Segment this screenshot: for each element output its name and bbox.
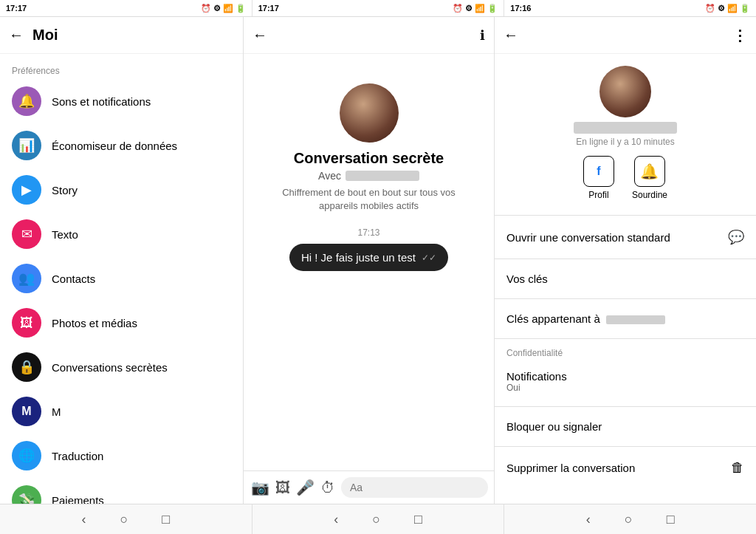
paiements-label: Paiements xyxy=(52,494,104,504)
menu-item-cles-appartenant[interactable]: Clés appartenant à xyxy=(495,302,756,335)
conversations-secretes-label: Conversations secrètes xyxy=(52,361,168,374)
conv-desc: Chiffrement de bout en bout sur tous vos… xyxy=(244,186,494,213)
settings-item-photos[interactable]: 🖼 Photos et médias xyxy=(0,301,243,345)
bloquer-label: Bloquer ou signaler xyxy=(506,420,744,433)
contacts-icon: 👥 xyxy=(12,264,41,293)
contact-menu-button[interactable]: ⋮ xyxy=(732,27,747,44)
paiements-icon: 💸 xyxy=(12,485,41,504)
economiseur-icon: 📊 xyxy=(12,131,41,160)
contact-name-blur xyxy=(574,122,677,134)
contact-actions: f Profil 🔔 Sourdine xyxy=(583,156,667,200)
texto-label: Texto xyxy=(52,228,78,241)
story-icon: ▶ xyxy=(12,175,41,205)
time-1: 17:17 xyxy=(6,4,27,13)
contact-back-button[interactable]: ← xyxy=(504,27,518,44)
conv-message-text: Hi ! Je fais juste un test xyxy=(301,251,416,264)
menu-item-vos-cles[interactable]: Vos clés xyxy=(495,262,756,295)
story-label: Story xyxy=(52,184,78,196)
photos-icon: 🖼 xyxy=(12,308,41,338)
battery-icon-1: 🔋 xyxy=(236,4,246,13)
nav-recents-1[interactable]: □ xyxy=(156,509,176,530)
settings-item-conversations-secretes[interactable]: 🔒 Conversations secrètes xyxy=(0,345,243,389)
timer-icon[interactable]: ⏱ xyxy=(320,479,335,496)
menu-item-bloquer[interactable]: Bloquer ou signaler xyxy=(495,410,756,443)
battery-icon-3: 🔋 xyxy=(740,4,750,13)
conversations-secretes-icon: 🔒 xyxy=(12,352,41,382)
contacts-label: Contacts xyxy=(52,273,95,285)
settings-back-button[interactable]: ← xyxy=(9,27,24,44)
signal-icon-2: 📶 xyxy=(475,4,485,13)
nav-bars: ‹ ○ □ ‹ ○ □ ‹ ○ □ xyxy=(0,504,756,534)
ouvrir-label: Ouvrir une conversation standard xyxy=(506,231,728,244)
chat-icon: 💬 xyxy=(728,229,744,245)
conv-back-button[interactable]: ← xyxy=(252,27,267,44)
cles-name-blur xyxy=(606,315,665,324)
settings-item-traduction[interactable]: 🌐 Traduction xyxy=(0,434,243,478)
m-icon: M xyxy=(12,397,41,426)
settings-title: Moi xyxy=(32,27,58,44)
settings-icon-3: ⚙ xyxy=(718,4,725,13)
conv-info-icon[interactable]: ℹ xyxy=(480,27,485,44)
conv-timestamp: 17:13 xyxy=(357,227,379,238)
settings-item-story[interactable]: ▶ Story xyxy=(0,168,243,212)
contact-avatar xyxy=(599,66,651,117)
settings-item-texto[interactable]: ✉ Texto xyxy=(0,212,243,256)
panel-conversation: ← ℹ Conversation secrète Avec Chiffremen… xyxy=(244,17,495,504)
settings-icon-1: ⚙ xyxy=(213,4,221,13)
conv-contact-name-blur xyxy=(346,171,419,181)
panel-settings: ← Moi Préférences 🔔 Sons et notification… xyxy=(0,17,244,504)
trash-icon: 🗑 xyxy=(731,460,744,476)
nav-recents-2[interactable]: □ xyxy=(408,509,428,530)
settings-icon-2: ⚙ xyxy=(465,4,472,13)
status-icons-1: ⏰ ⚙ 📶 🔋 xyxy=(201,4,246,13)
nav-home-1[interactable]: ○ xyxy=(114,509,134,530)
mic-icon[interactable]: 🎤 xyxy=(296,479,315,496)
contact-header: ← ⋮ xyxy=(495,17,756,54)
settings-item-sons[interactable]: 🔔 Sons et notifications xyxy=(0,79,243,123)
conv-text-input[interactable] xyxy=(341,477,488,498)
nav-back-2[interactable]: ‹ xyxy=(328,509,344,530)
conv-bubble: Hi ! Je fais juste un test ✓✓ xyxy=(289,244,448,271)
menu-item-ouvrir[interactable]: Ouvrir une conversation standard 💬 xyxy=(495,219,756,256)
menu-item-notifications[interactable]: Notifications Oui xyxy=(495,360,756,403)
vos-cles-label: Vos clés xyxy=(506,273,744,285)
conv-avec: Avec xyxy=(318,170,419,182)
settings-item-m[interactable]: M M xyxy=(0,389,243,434)
settings-list: Préférences 🔔 Sons et notifications 📊 Éc… xyxy=(0,54,243,504)
nav-bar-1: ‹ ○ □ xyxy=(0,504,252,534)
settings-item-paiements[interactable]: 💸 Paiements xyxy=(0,478,243,504)
conv-read-check: ✓✓ xyxy=(422,253,436,263)
panels: ← Moi Préférences 🔔 Sons et notification… xyxy=(0,17,756,504)
conv-input-bar: 📷 🖼 🎤 ⏱ 😊 👍 xyxy=(244,470,494,504)
nav-back-3[interactable]: ‹ xyxy=(580,509,597,530)
divider-6 xyxy=(495,446,756,447)
nav-recents-3[interactable]: □ xyxy=(661,509,681,530)
contact-sourdine-button[interactable]: 🔔 Sourdine xyxy=(632,156,667,200)
status-icons-2: ⏰ ⚙ 📶 🔋 xyxy=(453,4,498,13)
divider-5 xyxy=(495,406,756,407)
contact-profil-button[interactable]: f Profil xyxy=(583,156,614,200)
conv-avatar xyxy=(340,83,399,143)
conv-body: Conversation secrète Avec Chiffrement de… xyxy=(244,54,494,470)
signal-icon-3: 📶 xyxy=(727,4,738,13)
nav-home-2[interactable]: ○ xyxy=(366,509,386,530)
nav-back-1[interactable]: ‹ xyxy=(75,509,92,530)
sourdine-label: Sourdine xyxy=(632,190,667,200)
cles-appartenant-label: Clés appartenant à xyxy=(506,312,744,325)
conv-secret-label: Conversation secrète xyxy=(294,150,444,167)
nav-home-3[interactable]: ○ xyxy=(619,509,639,530)
divider-1 xyxy=(495,215,756,216)
menu-item-supprimer[interactable]: Supprimer la conversation 🗑 xyxy=(495,450,756,486)
camera-icon[interactable]: 📷 xyxy=(251,479,269,496)
profil-label: Profil xyxy=(588,190,608,200)
alarm-icon-3: ⏰ xyxy=(705,4,715,13)
settings-item-economiseur[interactable]: 📊 Économiseur de données xyxy=(0,123,243,168)
settings-item-contacts[interactable]: 👥 Contacts xyxy=(0,256,243,301)
time-2: 17:17 xyxy=(258,4,279,13)
gallery-icon[interactable]: 🖼 xyxy=(275,479,290,496)
status-bar-2: 17:17 ⏰ ⚙ 📶 🔋 xyxy=(252,0,505,16)
alarm-icon-1: ⏰ xyxy=(201,4,211,13)
sourdine-icon: 🔔 xyxy=(634,156,665,187)
notifications-area: Notifications Oui xyxy=(506,370,744,393)
notifications-label: Notifications xyxy=(506,370,744,383)
